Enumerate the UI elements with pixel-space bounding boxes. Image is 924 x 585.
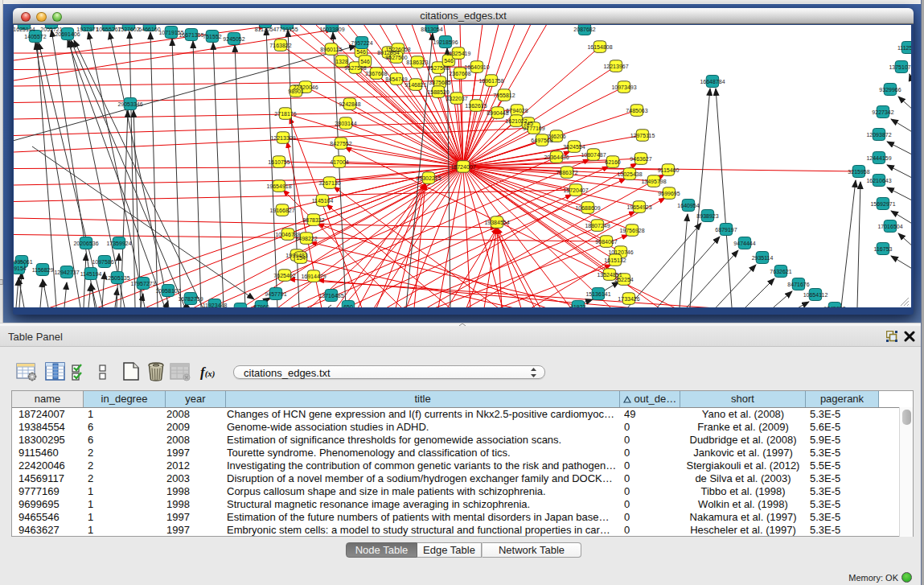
svg-text:1610755: 1610755 (268, 159, 290, 165)
svg-text:1362615: 1362615 (465, 103, 487, 109)
svg-text:19166827: 19166827 (269, 208, 294, 213)
svg-text:8878332: 8878332 (302, 217, 324, 223)
svg-text:9777169: 9777169 (523, 126, 544, 131)
svg-text:546: 546 (444, 58, 454, 64)
svg-text:1625144: 1625144 (14, 27, 35, 32)
svg-text:19654923: 19654923 (626, 204, 651, 210)
svg-text:17016504: 17016504 (877, 224, 902, 229)
svg-text:87960: 87960 (253, 304, 269, 308)
svg-text:1527602: 1527602 (117, 27, 139, 32)
svg-text:9245052: 9245052 (223, 36, 244, 42)
svg-text:1733426: 1733426 (618, 296, 639, 302)
svg-text:19756928: 19756928 (619, 228, 644, 233)
svg-text:19654918: 19654918 (266, 183, 291, 189)
svg-text:8471676: 8471676 (787, 282, 809, 287)
svg-text:11923448: 11923448 (203, 303, 228, 308)
svg-text:15226058: 15226058 (385, 47, 410, 52)
svg-text:9242848: 9242848 (339, 101, 360, 107)
svg-text:16671355: 16671355 (179, 32, 203, 38)
svg-text:17957273: 17957273 (130, 281, 155, 286)
svg-text:10807487: 10807487 (581, 152, 606, 158)
svg-text:16033809: 16033809 (319, 27, 344, 32)
svg-text:8454749: 8454749 (385, 76, 407, 82)
svg-text:16782759: 16782759 (178, 296, 203, 302)
svg-text:8427552: 8427552 (330, 141, 351, 146)
svg-text:10025438: 10025438 (617, 171, 642, 177)
svg-text:3267130: 3267130 (318, 180, 340, 186)
svg-text:7163822: 7163822 (269, 43, 291, 48)
svg-text:11923: 11923 (571, 304, 586, 308)
svg-text:417004: 417004 (330, 159, 348, 165)
svg-text:17359924: 17359924 (106, 241, 131, 246)
svg-text:6497568: 6497568 (531, 138, 552, 143)
svg-text:1615132: 1615132 (604, 257, 626, 263)
svg-text:18724007: 18724007 (450, 164, 475, 170)
svg-text:3375685: 3375685 (429, 80, 450, 85)
svg-text:9245052: 9245052 (823, 306, 845, 308)
svg-text:8938923: 8938923 (696, 213, 718, 219)
svg-text:9527508: 9527508 (344, 65, 366, 71)
svg-text:154: 154 (296, 255, 306, 261)
svg-text:7886372: 7886372 (556, 170, 577, 175)
svg-text:2935114: 2935114 (752, 255, 774, 261)
svg-text:7955812: 7955812 (493, 93, 515, 98)
svg-text:9329966: 9329966 (879, 87, 901, 93)
svg-text:16640910: 16640910 (464, 64, 489, 70)
svg-text:9463627: 9463627 (630, 156, 651, 162)
svg-text:1145104: 1145104 (312, 198, 334, 204)
svg-text:8960125: 8960125 (320, 47, 342, 52)
svg-text:6879197: 6879197 (715, 227, 737, 233)
svg-text:13751074: 13751074 (889, 64, 911, 70)
svg-text:12505135: 12505135 (105, 275, 129, 281)
svg-text:546: 546 (360, 59, 370, 64)
svg-text:62160: 62160 (605, 159, 621, 165)
svg-text:10654112: 10654112 (803, 292, 828, 298)
svg-text:751552: 751552 (203, 34, 221, 39)
svg-text:12942737: 12942737 (54, 270, 79, 275)
svg-text:18807249: 18807249 (585, 223, 610, 229)
svg-text:6466160: 6466160 (138, 27, 160, 32)
svg-text:10120746: 10120746 (608, 249, 633, 255)
svg-text:8990448: 8990448 (487, 110, 508, 116)
svg-text:16154808: 16154808 (587, 44, 612, 50)
svg-text:1640954: 1640954 (677, 203, 699, 208)
svg-text:15136141: 15136141 (585, 291, 610, 297)
svg-text:650: 650 (343, 304, 353, 308)
svg-text:9527500: 9527500 (385, 55, 407, 60)
svg-text:25302215: 25302215 (416, 175, 441, 181)
svg-text:7485063: 7485063 (626, 108, 647, 113)
svg-text:2450: 2450 (234, 307, 247, 308)
svg-text:9227342: 9227342 (872, 109, 893, 115)
svg-text:20364436: 20364436 (544, 154, 569, 160)
svg-text:3624554: 3624554 (563, 144, 585, 150)
svg-text:9699695: 9699695 (658, 191, 680, 196)
svg-text:1588520: 1588520 (427, 89, 449, 95)
svg-text:10688609: 10688609 (575, 205, 600, 211)
svg-text:8186323: 8186323 (406, 60, 428, 65)
svg-text:7632621: 7632621 (770, 269, 791, 274)
svg-text:1145194: 1145194 (80, 271, 102, 277)
svg-text:3215958: 3215958 (848, 169, 869, 175)
svg-text:1112503: 1112503 (897, 45, 911, 51)
svg-text:16210643: 16210643 (866, 178, 891, 183)
svg-text:12093872: 12093872 (866, 132, 891, 138)
svg-text:7625402: 7625402 (273, 273, 295, 278)
svg-text:10975867: 10975867 (92, 259, 117, 265)
svg-text:9527508: 9527508 (427, 65, 449, 71)
svg-text:13716485: 13716485 (318, 293, 343, 299)
svg-text:2367608: 2367608 (449, 71, 470, 76)
svg-text:9146821: 9146821 (405, 82, 426, 88)
svg-text:9115460: 9115460 (658, 167, 680, 173)
svg-text:1935061: 1935061 (14, 259, 33, 265)
svg-text:16648784: 16648784 (700, 79, 725, 84)
svg-text:29053346: 29053346 (117, 101, 142, 107)
svg-text:3322037: 3322037 (446, 96, 467, 101)
svg-text:39154: 39154 (14, 266, 27, 271)
svg-text:252254: 252254 (614, 277, 633, 282)
svg-text:1328: 1328 (335, 59, 348, 64)
svg-text:7719155: 7719155 (276, 27, 298, 32)
svg-text:2718176: 2718176 (274, 111, 296, 117)
svg-text:546: 546 (356, 49, 366, 55)
svg-text:2087682: 2087682 (573, 27, 595, 32)
svg-text:116753: 116753 (874, 246, 893, 252)
